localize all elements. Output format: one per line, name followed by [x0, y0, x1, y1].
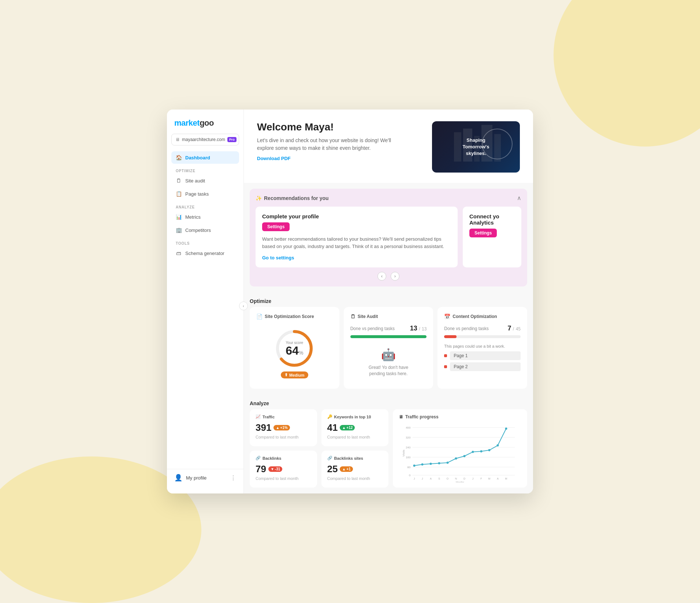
sidebar-item-schema-generator[interactable]: 🗃 Schema generator [171, 247, 239, 259]
rec-icon: ✨ [256, 195, 262, 201]
rec-card-settings-button[interactable]: Settings [262, 222, 290, 231]
pages-list: This pages could use a bit a work. Page … [444, 344, 521, 371]
svg-point-29 [488, 449, 491, 451]
svg-point-27 [472, 451, 474, 453]
rec-title: ✨ Recommendations for you [256, 195, 329, 201]
svg-point-24 [447, 462, 449, 464]
sidebar-item-dashboard[interactable]: 🏠 Dashboard [171, 151, 239, 164]
backlinks-title: 🔗 Backlinks [256, 456, 311, 460]
svg-point-30 [497, 444, 499, 447]
site-audit-icon: 🗒 [176, 178, 182, 184]
svg-rect-4 [494, 134, 501, 162]
sidebar-item-metrics[interactable]: 📊 Metrics [171, 211, 239, 223]
sidebar-item-label: Site audit [185, 178, 205, 184]
rec-card-title-2: Connect yo Analytics [469, 213, 515, 226]
page-dot-1 [444, 354, 447, 357]
backlinks-badge: ▼ -31 [268, 466, 282, 472]
analyze-section-label: Analyze [244, 395, 533, 409]
audit-empty-state: 🤖 Great! Yo don't have pending tasks her… [350, 344, 427, 381]
page-bar-1: Page 1 [450, 351, 521, 360]
svg-text:N: N [455, 477, 457, 480]
svg-point-20 [413, 465, 416, 467]
svg-text:80: 80 [407, 466, 411, 469]
profile-name: My profile [186, 475, 227, 481]
score-circle-wrapper: Your score 64% ⬆ Medium [256, 325, 333, 382]
sidebar-item-label: Schema generator [185, 251, 224, 256]
logo: marketgoo [167, 110, 243, 134]
svg-text:320: 320 [406, 436, 411, 439]
svg-text:J: J [414, 477, 415, 480]
domain-selector[interactable]: 🖥 mayaarchitecture.com Pro [171, 134, 239, 145]
svg-point-26 [463, 455, 466, 457]
page-tasks-icon: 📋 [176, 191, 182, 197]
svg-point-21 [421, 463, 424, 466]
profile-avatar-icon: 👤 [174, 474, 182, 482]
svg-text:M: M [505, 477, 507, 480]
rec-nav-next[interactable]: › [391, 272, 399, 281]
keywords-badge: ▲ +12 [340, 425, 355, 430]
svg-text:240: 240 [406, 446, 411, 449]
svg-text:D: D [463, 477, 465, 480]
traffic-progress-card: 🖥 Traffic progress 400 320 [393, 409, 527, 488]
sidebar-footer: 👤 My profile ⋮ [167, 469, 243, 486]
svg-text:S: S [438, 477, 440, 480]
svg-point-25 [455, 458, 457, 460]
sidebar-item-competitors[interactable]: 🏢 Competitors [171, 224, 239, 236]
optimize-section-label: Optimize [244, 292, 533, 307]
sidebar-collapse-button[interactable]: ‹ [239, 302, 248, 310]
score-badge: ⬆ Medium [281, 371, 308, 378]
sidebar-item-page-tasks[interactable]: 📋 Page tasks [171, 188, 239, 200]
svg-text:160: 160 [406, 456, 411, 459]
main-content: Welcome Maya! Let's dive in and check ou… [244, 110, 533, 493]
svg-point-23 [438, 462, 440, 465]
app-shell: marketgoo 🖥 mayaarchitecture.com Pro 🏠 D… [167, 110, 533, 493]
content-optimization-card: 📅 Content Optimization Done vs pending t… [438, 307, 527, 389]
rec-nav-prev[interactable]: ‹ [377, 272, 386, 281]
rec-collapse-icon[interactable]: ∧ [517, 195, 521, 201]
audit-empty-icon: 🤖 [381, 348, 396, 362]
backlinks-sites-icon-arrow: ▲ [342, 467, 346, 471]
svg-text:J: J [472, 477, 474, 480]
svg-text:0: 0 [409, 474, 411, 477]
metric-col-1: 📈 Traffic 391 ▲ +1% Compared to last mon… [250, 409, 317, 488]
download-pdf-link[interactable]: Download PDF [257, 156, 291, 161]
card-title: 📄 Site Optimization Score [256, 314, 333, 319]
site-optimization-score-card: 📄 Site Optimization Score Your score 64% [250, 307, 339, 389]
metric-col-2: 🔑 Keywords in top 10 41 ▲ +12 Compared t… [321, 409, 389, 488]
recommendations-section: ✨ Recommendations for you ∧ Complete you… [250, 189, 527, 286]
backlinks-sites-title: 🔗 Backlinks sites [327, 456, 383, 460]
keywords-up-icon: ▲ [342, 426, 346, 430]
content-audit-row: Done vs pending tasks 7 / 45 [444, 325, 521, 332]
score-value: 64% [286, 345, 303, 356]
backlinks-sites-value: 25 ▲ +1 [327, 463, 383, 475]
traffic-title: 📈 Traffic [256, 414, 311, 419]
score-arrow-icon: ⬆ [284, 373, 288, 377]
rec-card-link[interactable]: Go to settings [262, 255, 294, 260]
profile-menu-button[interactable]: ⋮ [230, 474, 236, 481]
site-audit-card-icon: 🗒 [350, 314, 355, 319]
pro-badge: Pro [227, 137, 237, 142]
header-section: Welcome Maya! Let's dive in and check ou… [244, 110, 533, 183]
sidebar-item-site-audit[interactable]: 🗒 Site audit [171, 174, 239, 187]
audit-empty-text: Great! Yo don't have pending tasks here. [369, 365, 408, 377]
rec-card-settings-button-2[interactable]: Settings [469, 229, 497, 237]
content-progress-fill [444, 335, 456, 338]
schema-icon: 🗃 [176, 250, 182, 256]
hero-image: Shaping Tomorrow's skylines. [432, 121, 520, 173]
nav-section-tools: TOOLS [171, 237, 239, 247]
svg-text:Visits: Visits [402, 450, 405, 457]
chart-area: 400 320 240 160 80 0 Visits [399, 424, 521, 482]
keywords-card: 🔑 Keywords in top 10 41 ▲ +12 Compared t… [321, 409, 389, 446]
rec-cards-wrapper: Complete your profile Settings Want bett… [256, 207, 521, 267]
keywords-title: 🔑 Keywords in top 10 [327, 414, 383, 419]
rec-header: ✨ Recommendations for you ∧ [256, 195, 521, 201]
hero-image-text: Shaping Tomorrow's skylines. [459, 133, 493, 161]
sidebar-item-label: Metrics [185, 214, 201, 220]
backlinks-value: 79 ▼ -31 [256, 463, 311, 475]
keywords-value: 41 ▲ +12 [327, 422, 383, 433]
sidebar-item-label: Competitors [185, 227, 211, 233]
nav-section-analyze: ANALYZE [171, 201, 239, 211]
header-left: Welcome Maya! Let's dive in and check ou… [257, 121, 396, 162]
dashboard-icon: 🏠 [176, 155, 182, 160]
rec-nav: ‹ › [256, 272, 521, 281]
